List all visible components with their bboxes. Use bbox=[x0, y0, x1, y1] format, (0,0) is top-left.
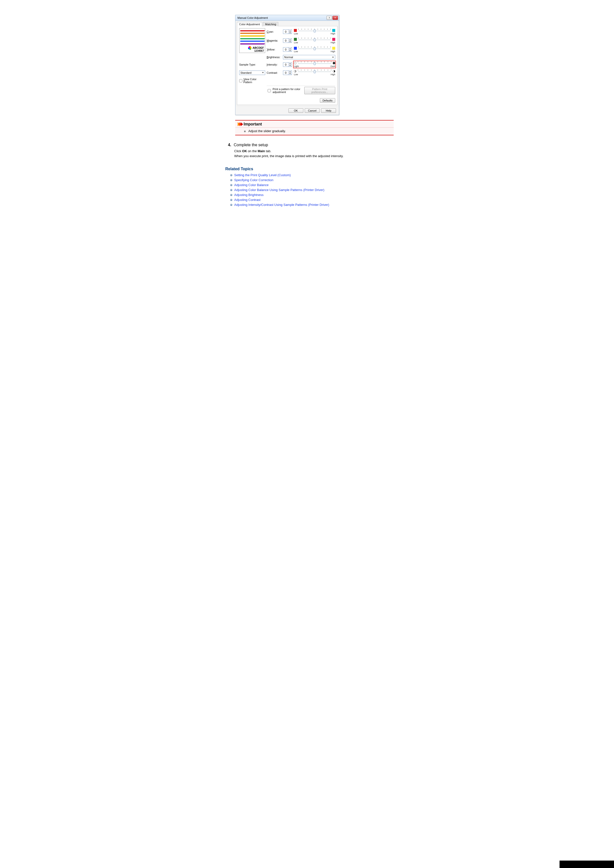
related-link[interactable]: Adjusting Brightness bbox=[234, 193, 264, 197]
list-item: Adjusting Brightness bbox=[230, 193, 394, 197]
list-item: Specifying Color Correction bbox=[230, 178, 394, 182]
doc-bullet-icon bbox=[230, 204, 232, 206]
bullet-icon bbox=[244, 131, 246, 132]
doc-bullet-icon bbox=[230, 184, 232, 186]
cyan-label: Cyan: bbox=[267, 30, 281, 33]
related-link[interactable]: Adjusting Color Balance Using Sample Pat… bbox=[234, 188, 324, 192]
related-link[interactable]: Adjusting Intensity/Contrast Using Sampl… bbox=[234, 203, 329, 207]
contrast-spinner[interactable]: ▲▼ bbox=[283, 71, 292, 75]
important-text: Adjust the slider gradually. bbox=[248, 129, 286, 133]
doc-bullet-icon bbox=[230, 174, 232, 176]
dialog-title: Manual Color Adjustment bbox=[238, 16, 268, 19]
ok-button[interactable]: OK bbox=[288, 108, 303, 113]
intensity-input[interactable] bbox=[283, 63, 288, 67]
list-item: Adjusting Intensity/Contrast Using Sampl… bbox=[230, 203, 394, 207]
tab-matching[interactable]: Matching bbox=[263, 22, 278, 26]
view-color-pattern-checkbox[interactable] bbox=[239, 79, 242, 82]
list-item: Setting the Print Quality Level (Custom) bbox=[230, 173, 394, 177]
magenta-slider[interactable] bbox=[298, 37, 331, 41]
contrast-high-icon bbox=[333, 70, 335, 73]
sample-type-select[interactable]: Standard ▼ bbox=[239, 71, 265, 75]
yellow-label: Yellow: bbox=[267, 48, 281, 51]
related-topics-heading: Related Topics bbox=[225, 167, 394, 171]
intensity-label: Intensity: bbox=[267, 63, 281, 66]
cancel-button[interactable]: Cancel bbox=[305, 108, 320, 113]
brightness-select[interactable]: Normal ▼ bbox=[283, 55, 335, 59]
chevron-down-icon: ▼ bbox=[332, 56, 334, 58]
magenta-spinner[interactable]: ▲▼ bbox=[283, 38, 292, 43]
contrast-label: Contrast: bbox=[267, 71, 281, 74]
manual-color-adjustment-dialog: Manual Color Adjustment ? ✕ Color Adjust… bbox=[235, 15, 339, 115]
tab-color-adjustment[interactable]: Color Adjustment bbox=[237, 22, 262, 26]
cyan-spinner[interactable]: ▲▼ bbox=[283, 29, 292, 34]
intensity-light-icon bbox=[294, 62, 296, 64]
doc-bullet-icon bbox=[230, 194, 232, 196]
list-item: Adjusting Color Balance bbox=[230, 183, 394, 187]
yellow-slider[interactable] bbox=[298, 46, 331, 50]
intensity-slider[interactable] bbox=[298, 61, 331, 65]
magenta-high-swatch-icon bbox=[332, 38, 335, 41]
related-link[interactable]: Adjusting Contrast bbox=[234, 198, 260, 202]
important-heading: Important bbox=[244, 122, 262, 126]
view-color-pattern-row: View Color Pattern bbox=[239, 78, 265, 84]
chevron-down-icon: ▼ bbox=[262, 71, 264, 74]
cyan-high-swatch-icon bbox=[332, 29, 335, 32]
contrast-low-icon bbox=[294, 70, 296, 73]
doc-bullet-icon bbox=[230, 189, 232, 191]
dialog-titlebar: Manual Color Adjustment ? ✕ bbox=[235, 15, 339, 21]
step-body: Click OK on the Main tab. When you execu… bbox=[234, 149, 394, 158]
related-link[interactable]: Setting the Print Quality Level (Custom) bbox=[234, 173, 291, 177]
close-icon[interactable]: ✕ bbox=[333, 16, 338, 20]
yellow-low-swatch-icon bbox=[294, 47, 297, 50]
sample-type-label: Sample Type: bbox=[239, 63, 265, 66]
colorwheel-icon bbox=[248, 46, 252, 50]
intensity-spinner[interactable]: ▲▼ bbox=[283, 62, 292, 67]
contrast-slider[interactable] bbox=[298, 70, 331, 73]
magenta-low-swatch-icon bbox=[294, 38, 297, 41]
related-link[interactable]: Specifying Color Correction bbox=[234, 178, 273, 182]
contrast-input[interactable] bbox=[283, 71, 288, 75]
tabs-row: Color Adjustment Matching bbox=[235, 21, 339, 26]
important-note-box: Important Adjust the slider gradually. bbox=[235, 120, 394, 135]
cyan-input[interactable] bbox=[283, 30, 288, 34]
step-title: Complete the setup bbox=[234, 143, 268, 147]
print-pattern-row: Print a pattern for color adjustment bbox=[267, 88, 304, 93]
magenta-input[interactable] bbox=[283, 39, 288, 43]
print-pattern-checkbox[interactable] bbox=[267, 89, 271, 92]
step-4-row: 4. Complete the setup bbox=[225, 143, 394, 147]
list-item: Adjusting Contrast bbox=[230, 198, 394, 202]
important-chevrons-icon bbox=[238, 122, 242, 126]
yellow-input[interactable] bbox=[283, 48, 288, 51]
brightness-label: Brightness: bbox=[267, 56, 281, 59]
spin-up-icon[interactable]: ▲ bbox=[288, 30, 292, 32]
help-titlebar-button[interactable]: ? bbox=[326, 16, 332, 20]
magenta-label: Magenta: bbox=[267, 39, 281, 42]
cyan-low-swatch-icon bbox=[294, 29, 297, 32]
related-link[interactable]: Adjusting Color Balance bbox=[234, 183, 269, 187]
spin-down-icon[interactable]: ▼ bbox=[288, 32, 292, 34]
yellow-high-swatch-icon bbox=[332, 47, 335, 50]
yellow-spinner[interactable]: ▲▼ bbox=[283, 47, 292, 52]
related-topics-list: Setting the Print Quality Level (Custom)… bbox=[230, 173, 394, 207]
color-preview-box: ABCDEF 1234567 bbox=[239, 28, 265, 53]
defaults-button[interactable]: Defaults bbox=[320, 98, 335, 103]
intensity-dark-icon bbox=[333, 62, 335, 64]
step-number: 4. bbox=[225, 143, 231, 147]
intensity-slider-highlighted: LightDark bbox=[294, 61, 335, 68]
pattern-preferences-button[interactable]: Pattern Print preferences... bbox=[304, 87, 335, 94]
cyan-slider[interactable] bbox=[298, 29, 331, 32]
doc-bullet-icon bbox=[230, 179, 232, 181]
doc-bullet-icon bbox=[230, 199, 232, 201]
list-item: Adjusting Color Balance Using Sample Pat… bbox=[230, 188, 394, 192]
help-button[interactable]: Help bbox=[321, 108, 336, 113]
